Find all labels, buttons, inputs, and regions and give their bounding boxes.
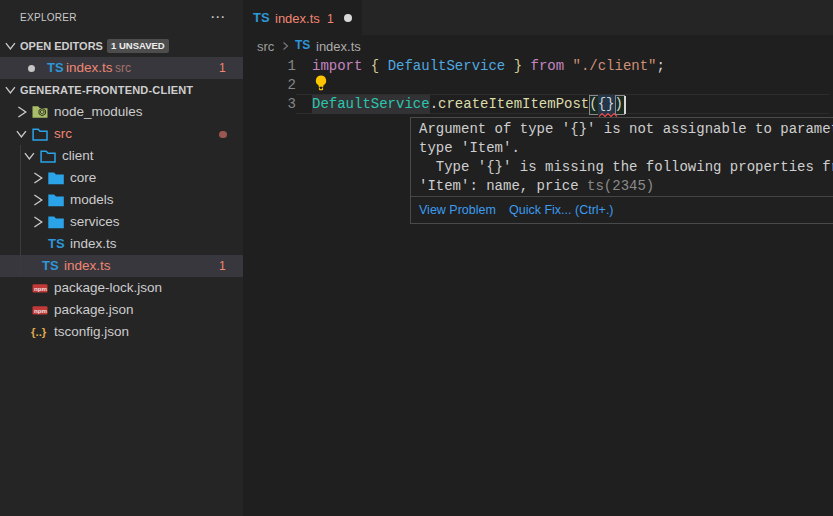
svg-text:npm: npm xyxy=(34,307,48,314)
svg-text:npm: npm xyxy=(34,285,48,292)
